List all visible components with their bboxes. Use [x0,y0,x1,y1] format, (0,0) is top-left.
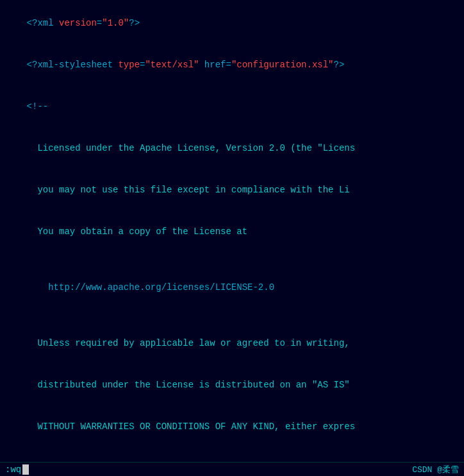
line-license3: You may obtain a copy of the License at [0,211,464,253]
line-license5: distributed under the License is distrib… [0,364,464,406]
status-bar: :wq CSDN @柔雪 [0,462,464,476]
line-license6: WITHOUT WARRANTIES OR CONDITIONS OF ANY … [0,406,464,448]
line-license2: you may not use this file except in comp… [0,169,464,211]
line-license4: Unless required by applicable law or agr… [0,323,464,364]
line-blank2 [0,309,464,323]
status-command: :wq [5,464,29,475]
line-blank1 [0,253,464,267]
line-stylesheet: <?xml-stylesheet type="text/xsl" href="c… [0,44,464,86]
line-license1: Licensed under the Apache License, Versi… [0,128,464,169]
line-xml-decl: <?xml version="1.0"?> [0,3,464,44]
line-comment-open: <!-- [0,86,464,128]
editor-area: <?xml version="1.0"?> <?xml-stylesheet t… [0,0,464,476]
command-text: :wq [5,464,21,475]
line-url: http://www.apache.org/licenses/LICENSE-2… [0,267,464,309]
cursor-block [22,464,29,475]
status-brand: CSDN @柔雪 [412,464,459,475]
